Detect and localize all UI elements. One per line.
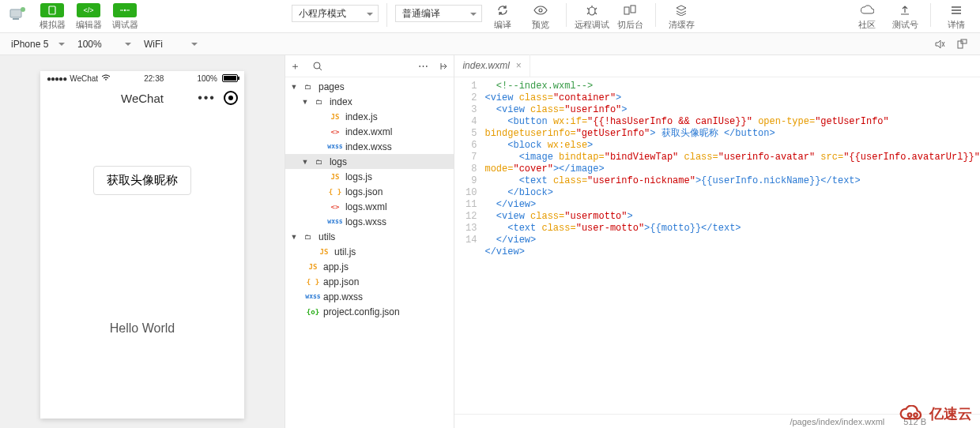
background-button[interactable]: 切后台 — [612, 3, 647, 31]
file-index-js[interactable]: JSindex.js — [285, 109, 454, 124]
community-button[interactable]: 社区 — [850, 3, 884, 31]
code-source[interactable]: <!--index.wxml--> <view class="container… — [481, 77, 980, 428]
phone-frame: ●●●●●WeChat 22:38 100% WeChat ••• 获取头像昵称… — [40, 71, 244, 419]
view-toggle-group: 模拟器 </> 编辑器 调试器 — [36, 3, 141, 31]
file-logs-json[interactable]: { }logs.json — [285, 184, 454, 199]
editor-button[interactable]: </> 编辑器 — [73, 3, 104, 31]
file-app-json[interactable]: { }app.json — [285, 274, 454, 289]
tree-label: pages — [318, 81, 345, 92]
mode-select[interactable]: 小程序模式 — [292, 5, 379, 22]
bug-icon — [586, 4, 598, 17]
svg-rect-0 — [10, 9, 21, 17]
new-file-icon[interactable]: ＋ — [290, 61, 301, 72]
close-tab-icon[interactable]: × — [516, 60, 522, 71]
mute-icon[interactable] — [933, 37, 947, 51]
file-app-js[interactable]: JSapp.js — [285, 259, 454, 274]
debugger-button[interactable]: 调试器 — [109, 3, 141, 31]
clear-cache-button[interactable]: 清缓存 — [664, 3, 699, 31]
svg-point-2 — [21, 7, 25, 12]
folder-logs[interactable]: ▼🗀logs — [285, 154, 454, 169]
device-select[interactable]: iPhone 5 — [5, 36, 68, 53]
top-toolbar: 模拟器 </> 编辑器 调试器 小程序模式 普通编译 编译 预览 远程调试 切后… — [0, 0, 980, 33]
file-tree[interactable]: ▼🗀pages ▼🗀index JSindex.js <>index.wxml … — [285, 77, 454, 428]
code-area[interactable]: 1234567891011121314 <!--index.wxml--> <v… — [454, 77, 980, 428]
file-index-wxss[interactable]: wxssindex.wxss — [285, 139, 454, 154]
tree-label: index — [330, 96, 352, 107]
clear-cache-label: 清缓存 — [669, 19, 695, 31]
tab-index-wxml[interactable]: index.wxml × — [454, 54, 530, 77]
tree-label: project.config.json — [323, 306, 400, 317]
divider — [566, 3, 567, 27]
folder-utils[interactable]: ▼🗀utils — [285, 229, 454, 244]
svg-point-5 — [539, 9, 542, 12]
svg-point-6 — [589, 7, 595, 15]
file-project-config[interactable]: {o}project.config.json — [285, 304, 454, 319]
tree-label: index.wxss — [345, 141, 392, 152]
file-tree-panel: ＋ ⋯ ▼🗀pages ▼🗀index JSindex.js <>index.w… — [285, 55, 455, 428]
device-bar: iPhone 5 100% WiFi — [0, 33, 980, 55]
zoom-select[interactable]: 100% — [71, 36, 134, 53]
file-logs-wxss[interactable]: wxsslogs.wxss — [285, 214, 454, 229]
tree-label: index.js — [345, 111, 378, 122]
folder-pages[interactable]: ▼🗀pages — [285, 79, 454, 94]
tree-label: app.wxss — [323, 291, 363, 302]
search-icon[interactable] — [312, 61, 323, 72]
simulator-label: 模拟器 — [40, 19, 66, 31]
switch-icon — [624, 5, 636, 16]
network-select-label: WiFi — [144, 39, 163, 50]
detail-label: 详情 — [948, 19, 965, 31]
preview-button[interactable]: 预览 — [523, 3, 558, 31]
battery-icon — [222, 74, 238, 82]
file-app-wxss[interactable]: wxssapp.wxss — [285, 289, 454, 304]
tree-toolbar: ＋ ⋯ — [285, 55, 454, 77]
upload-icon — [899, 5, 910, 16]
compile-select[interactable]: 普通编译 — [395, 5, 482, 22]
more-icon[interactable]: ⋯ — [417, 61, 428, 72]
tree-label: logs.wxss — [345, 216, 386, 227]
test-account-button[interactable]: 测试号 — [888, 3, 922, 31]
svg-point-4 — [124, 9, 126, 11]
collapse-icon[interactable] — [438, 61, 449, 72]
eye-icon — [533, 6, 548, 15]
svg-rect-1 — [13, 18, 19, 20]
editor-label: 编辑器 — [76, 19, 102, 31]
network-select[interactable]: WiFi — [138, 36, 201, 53]
remote-debug-button[interactable]: 远程调试 — [575, 3, 609, 31]
background-label: 切后台 — [617, 19, 643, 31]
refresh-icon — [496, 4, 509, 17]
rotate-icon[interactable] — [955, 37, 969, 51]
phone-navbar: WeChat ••• — [40, 85, 244, 111]
compile-select-label: 普通编译 — [402, 7, 440, 21]
tree-label: logs.json — [345, 186, 383, 197]
battery-pct: 100% — [197, 74, 217, 83]
file-util-js[interactable]: JSutil.js — [285, 244, 454, 259]
svg-rect-3 — [49, 6, 55, 14]
file-logs-js[interactable]: JSlogs.js — [285, 169, 454, 184]
brand-watermark: 亿速云 — [898, 404, 972, 423]
compile-label: 编译 — [494, 19, 511, 31]
editor-tabs: index.wxml × — [454, 55, 980, 77]
file-logs-wxml[interactable]: <>logs.wxml — [285, 199, 454, 214]
simulator-button[interactable]: 模拟器 — [36, 3, 68, 31]
tree-label: logs — [330, 156, 347, 167]
svg-point-12 — [908, 413, 912, 417]
phone-body: 获取头像昵称 Hello World — [40, 111, 244, 336]
compile-button[interactable]: 编译 — [485, 3, 520, 31]
get-avatar-button[interactable]: 获取头像昵称 — [93, 166, 191, 195]
editor-panel: index.wxml × 1234567891011121314 <!--ind… — [454, 55, 980, 428]
test-account-label: 测试号 — [892, 19, 918, 31]
svg-point-11 — [314, 62, 320, 69]
more-icon[interactable]: ••• — [198, 91, 216, 105]
device-select-label: iPhone 5 — [11, 39, 48, 50]
divider — [655, 3, 656, 27]
app-title: WeChat — [121, 92, 164, 105]
time-label: 22:38 — [144, 74, 164, 83]
brand-cloud-icon — [898, 405, 926, 422]
zoom-select-label: 100% — [77, 39, 102, 50]
folder-index[interactable]: ▼🗀index — [285, 94, 454, 109]
file-index-wxml[interactable]: <>index.wxml — [285, 124, 454, 139]
app-logo-icon — [6, 3, 28, 25]
svg-rect-7 — [624, 7, 629, 14]
close-capsule-icon[interactable] — [224, 91, 238, 105]
detail-button[interactable]: 详情 — [939, 3, 974, 31]
